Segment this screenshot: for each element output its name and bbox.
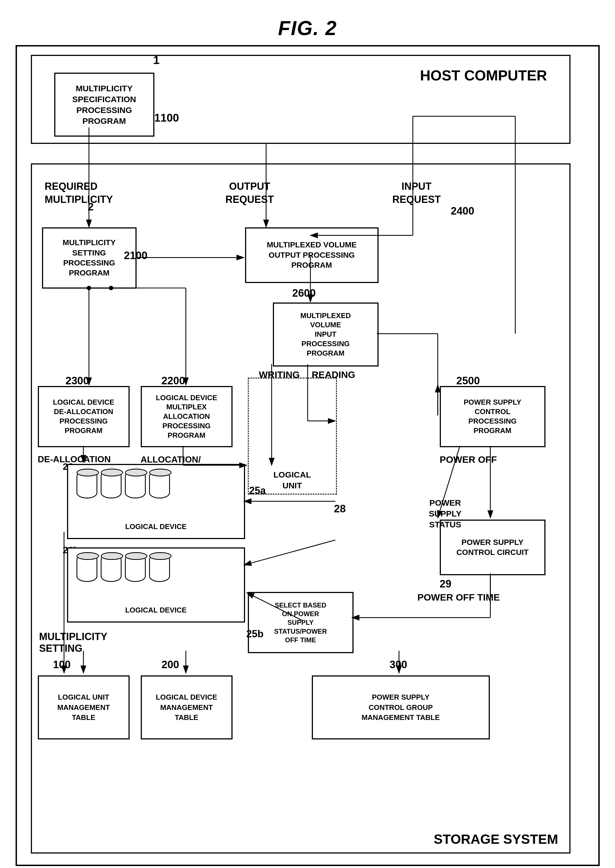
page-title: FIG. 2: [0, 0, 615, 45]
mvip-box: MULTIPLEXEDVOLUMEINPUTPROCESSINGPROGRAM: [273, 302, 379, 366]
pscg-table-label: POWER SUPPLYCONTROL GROUPMANAGEMENT TABL…: [362, 692, 440, 723]
pscc-label: POWER SUPPLYCONTROL CIRCUIT: [456, 537, 529, 558]
ref-2400: 2400: [451, 205, 475, 217]
multiplicity-setting-label: MULTIPLICITYSETTING: [39, 631, 108, 654]
mspp-box: MULTIPLICITY SPECIFICATION PROCESSING PR…: [54, 73, 155, 137]
ld-group-a: LOGICAL DEVICE: [67, 464, 245, 539]
ref-2200: 2200: [162, 375, 185, 387]
msetting-label: MULTIPLICITYSETTINGPROCESSINGPROGRAM: [62, 238, 116, 278]
ref-100: 100: [53, 659, 71, 671]
ref-29: 29: [440, 578, 451, 590]
drum-a3: [125, 471, 146, 499]
drum-b2: [101, 554, 122, 582]
ld-group-b: LOGICAL DEVICE: [67, 547, 245, 622]
drum-b1: [76, 554, 97, 582]
logical-device-label-b: LOGICAL DEVICE: [68, 606, 244, 615]
pscp-box: POWER SUPPLYCONTROLPROCESSINGPROGRAM: [440, 386, 545, 447]
drum-a1: [76, 471, 97, 499]
logical-device-label-a: LOGICAL DEVICE: [68, 522, 244, 531]
ref-2: 2: [88, 201, 94, 213]
drum-a2: [101, 471, 122, 499]
pscp-label: POWER SUPPLYCONTROLPROCESSINGPROGRAM: [464, 398, 521, 435]
lum-table-label: LOGICAL UNITMANAGEMENTTABLE: [57, 692, 110, 723]
msetting-box: MULTIPLICITYSETTINGPROCESSINGPROGRAM: [42, 227, 137, 289]
pscc-box: POWER SUPPLYCONTROL CIRCUIT: [440, 519, 545, 575]
host-computer-box: HOST COMPUTER MULTIPLICITY SPECIFICATION…: [31, 55, 570, 144]
mvop-box: MULTIPLEXED VOLUMEOUTPUT PROCESSINGPROGR…: [245, 227, 379, 283]
ref-2300: 2300: [66, 375, 89, 387]
logical-unit-label: LOGICALUNIT: [273, 469, 311, 491]
ref-25a: 25a: [249, 485, 266, 496]
pscg-table-box: POWER SUPPLYCONTROL GROUPMANAGEMENT TABL…: [312, 676, 490, 740]
ldma-box: LOGICAL DEVICEMULTIPLEXALLOCATIONPROCESS…: [141, 386, 233, 447]
power-off-label: POWER OFF: [440, 454, 497, 465]
ref-1: 1: [153, 53, 160, 67]
ldm-table-label: LOGICAL DEVICEMANAGEMENTTABLE: [156, 692, 217, 723]
ldda-label: LOGICAL DEVICEDE-ALLOCATIONPROCESSINGPRO…: [53, 398, 114, 435]
mvop-label: MULTIPLEXED VOLUMEOUTPUT PROCESSINGPROGR…: [267, 240, 357, 270]
logical-unit-dashed: LOGICALUNIT: [248, 378, 337, 494]
ref-300: 300: [390, 659, 407, 671]
ldda-box: LOGICAL DEVICEDE-ALLOCATIONPROCESSINGPRO…: [38, 386, 130, 447]
output-request-label: OUTPUTREQUEST: [226, 180, 274, 206]
input-request-label: INPUTREQUEST: [392, 180, 441, 206]
select-based-box: SELECT BASEDON POWERSUPPLYSTATUS/POWEROF…: [248, 592, 354, 653]
required-multiplicity-label: REQUIREDMULTIPLICITY: [45, 180, 113, 206]
ref-28: 28: [334, 503, 346, 515]
mspp-label: MULTIPLICITY SPECIFICATION PROCESSING PR…: [58, 83, 150, 126]
power-off-time-label: POWER OFF TIME: [417, 592, 500, 603]
drum-b3: [125, 554, 146, 582]
storage-system-label: STORAGE SYSTEM: [434, 832, 558, 847]
select-based-label: SELECT BASEDON POWERSUPPLYSTATUS/POWEROF…: [274, 601, 327, 644]
host-computer-label: HOST COMPUTER: [420, 67, 547, 84]
diagram-container: HOST COMPUTER MULTIPLICITY SPECIFICATION…: [16, 45, 600, 866]
ref-25b: 25b: [247, 628, 264, 640]
drum-b4: [149, 554, 170, 582]
ldma-label: LOGICAL DEVICEMULTIPLEXALLOCATIONPROCESS…: [156, 393, 217, 440]
ref-200: 200: [162, 659, 179, 671]
mspp-ref: 1100: [155, 112, 179, 124]
ldm-table-box: LOGICAL DEVICEMANAGEMENTTABLE: [141, 676, 233, 740]
ref-2500: 2500: [456, 375, 480, 387]
drum-a4: [149, 471, 170, 499]
lum-table-box: LOGICAL UNITMANAGEMENTTABLE: [38, 676, 130, 740]
ref-2600: 2600: [292, 287, 316, 299]
mvip-label: MULTIPLEXEDVOLUMEINPUTPROCESSINGPROGRAM: [300, 311, 351, 358]
